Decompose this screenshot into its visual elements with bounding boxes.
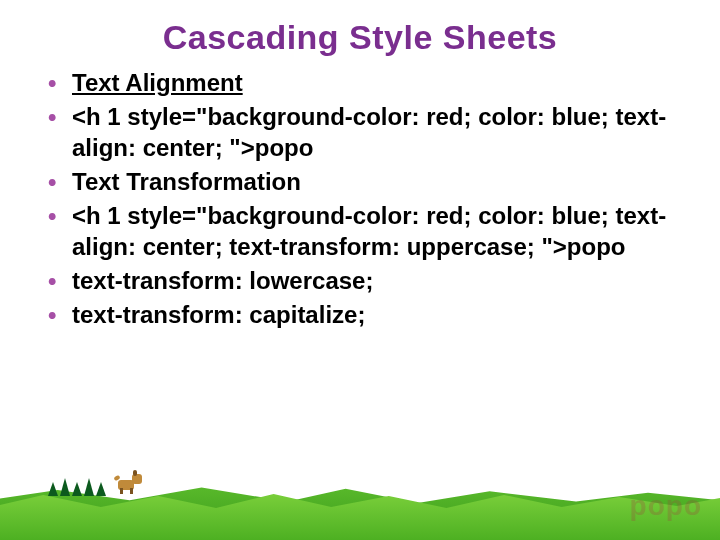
watermark: popo (630, 490, 702, 522)
list-item: text-transform: capitalize; (48, 299, 672, 331)
dog-icon (112, 470, 142, 494)
list-item: <h 1 style="background-color: red; color… (48, 200, 672, 263)
slide-content: Text Alignment <h 1 style="background-co… (0, 63, 720, 330)
bullet-list: Text Alignment <h 1 style="background-co… (48, 67, 672, 330)
list-item: Text Alignment (48, 67, 672, 99)
slide-title: Cascading Style Sheets (0, 0, 720, 63)
bullet-text: Text Alignment (72, 69, 243, 96)
tree-icon (96, 482, 106, 496)
bullet-text: Text Transformation (72, 168, 301, 195)
list-item: text-transform: lowercase; (48, 265, 672, 297)
slide: Cascading Style Sheets Text Alignment <h… (0, 0, 720, 540)
ground-decoration: popo (0, 460, 720, 540)
list-item: <h 1 style="background-color: red; color… (48, 101, 672, 164)
tree-icon (48, 482, 58, 496)
list-item: Text Transformation (48, 166, 672, 198)
tree-icon (84, 478, 94, 496)
bullet-text: text-transform: capitalize; (72, 301, 365, 328)
bullet-text: text-transform: lowercase; (72, 267, 373, 294)
tree-icon (60, 478, 70, 496)
bullet-text: <h 1 style="background-color: red; color… (72, 103, 666, 162)
trees-icon (48, 478, 106, 496)
bullet-text: <h 1 style="background-color: red; color… (72, 202, 666, 261)
tree-icon (72, 482, 82, 496)
